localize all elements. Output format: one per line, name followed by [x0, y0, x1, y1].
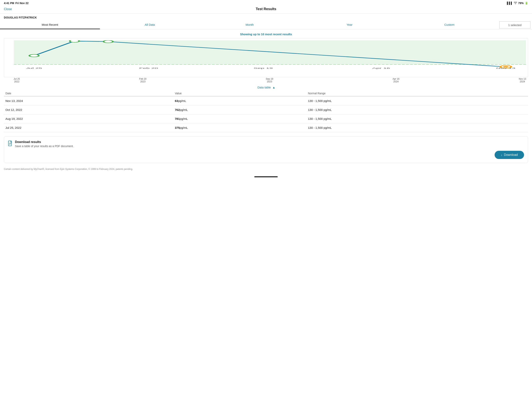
data-table-chevron: ▲ — [272, 86, 275, 89]
download-description: Save a table of your results as a PDF do… — [15, 145, 74, 148]
col-normal-range: Normal Range — [306, 90, 528, 96]
nav-bar: Close Test Results — [0, 6, 532, 14]
download-button[interactable]: ↓ Download — [495, 151, 524, 159]
cell-value-unit: pg/mL — [178, 99, 186, 103]
tab-month[interactable]: Month — [200, 21, 300, 29]
download-file-icon — [8, 141, 13, 147]
chart-point-2 — [70, 40, 79, 42]
download-title: Download results — [15, 140, 74, 144]
download-btn-label: Download — [504, 153, 518, 157]
data-table-toggle[interactable]: Data table ▲ — [4, 83, 528, 90]
svg-text:Jul 25: Jul 25 — [26, 67, 42, 69]
tab-year[interactable]: Year — [299, 21, 399, 29]
svg-text:Nov 13: Nov 13 — [496, 67, 515, 69]
chart-svg: 500 0 Jul 25 Feb 20 Sep 19 Apr 16 Nov 13 — [14, 40, 526, 69]
cell-value-number: 781 — [175, 117, 180, 120]
x-label-5: Nov 132024 — [519, 77, 526, 83]
tabs: Most Recent All Data Month Year Custom — [0, 21, 499, 29]
x-label-3: Sep 192023 — [266, 77, 273, 83]
chart-point-1 — [29, 54, 39, 57]
cell-value-unit: pg/mL — [180, 126, 188, 129]
cell-date: Nov 13, 2024 — [4, 96, 173, 105]
close-button[interactable]: Close — [4, 7, 12, 11]
home-indicator — [0, 174, 532, 179]
wifi-icon — [514, 1, 517, 5]
chart-wrapper: 500 0 Jul 25 Feb 20 Sep 19 Apr 16 Nov 13 — [4, 38, 528, 77]
chart-point-3 — [103, 40, 113, 43]
selected-filter-box[interactable]: 1 selected — [499, 21, 531, 28]
svg-text:Sep 19: Sep 19 — [253, 67, 273, 69]
patient-name: DOUGLAS FITZPATRICK — [0, 14, 532, 19]
download-text: Download results Save a table of your re… — [15, 140, 74, 148]
tab-most-recent[interactable]: Most Recent — [0, 21, 100, 29]
cell-value-unit: pg/mL — [180, 108, 188, 111]
cell-value: 762pg/mL — [173, 105, 306, 114]
cell-value-number: 762 — [175, 108, 180, 111]
cell-normal-range: 130 - 1,500 pg/mL — [306, 114, 528, 123]
svg-rect-10 — [8, 141, 12, 146]
tab-all-data[interactable]: All Data — [100, 21, 200, 29]
chart-x-labels: Jul 252022 Feb 202023 Sep 192023 Apr 162… — [4, 77, 528, 83]
download-header: Download results Save a table of your re… — [8, 140, 524, 148]
footer: Certain content delivered by MyChart®, l… — [0, 168, 532, 174]
table-row: Oct 12, 2022762pg/mL130 - 1,500 pg/mL — [4, 105, 528, 114]
col-value: Value — [173, 90, 306, 96]
battery-status: 79% — [518, 1, 524, 5]
col-date: Date — [4, 90, 173, 96]
cell-value: 63pg/mL — [173, 96, 306, 105]
cell-date: Jul 25, 2022 — [4, 123, 173, 132]
tabs-container: Most Recent All Data Month Year Custom 1… — [0, 21, 532, 29]
x-label-4: Apr 162024 — [393, 77, 399, 83]
cell-value-number: 63 — [175, 99, 178, 103]
cell-value-number: 375 — [175, 126, 180, 129]
svg-rect-1 — [14, 40, 526, 64]
svg-text:Feb 20: Feb 20 — [139, 67, 158, 69]
footer-text: Certain content delivered by MyChart®, l… — [4, 168, 133, 170]
battery-icon: 🔋 — [525, 1, 528, 5]
download-section: Download results Save a table of your re… — [4, 136, 528, 163]
status-time: 4:41 PM — [4, 1, 14, 5]
results-table: Date Value Normal Range Nov 13, 202463pg… — [4, 90, 528, 132]
cell-normal-range: 130 - 1,500 pg/mL — [306, 123, 528, 132]
cell-normal-range: 130 - 1,500 pg/mL — [306, 105, 528, 114]
download-btn-icon: ↓ — [501, 153, 502, 157]
tab-custom[interactable]: Custom — [399, 21, 499, 29]
cell-value-unit: pg/mL — [180, 117, 188, 120]
selected-filter-label: 1 selected — [508, 23, 521, 27]
x-label-2: Feb 202023 — [139, 77, 146, 83]
cell-value: 781pg/mL — [173, 114, 306, 123]
cell-normal-range: 130 - 1,500 pg/mL — [306, 96, 528, 105]
signal-icon: ▌▌▌ — [507, 1, 513, 5]
data-table-label: Data table — [257, 86, 271, 89]
chart-subtitle: Showing up to 10 most recent results — [4, 32, 528, 36]
cell-date: Oct 12, 2022 — [4, 105, 173, 114]
table-row: Jul 25, 2022375pg/mL130 - 1,500 pg/mL — [4, 123, 528, 132]
x-label-1: Jul 252022 — [14, 77, 20, 83]
main-content: Showing up to 10 most recent results — [0, 32, 532, 163]
cell-value: 375pg/mL — [173, 123, 306, 132]
table-row: Aug 19, 2022781pg/mL130 - 1,500 pg/mL — [4, 114, 528, 123]
status-day: Fri Nov 22 — [15, 1, 29, 5]
status-bar: 4:41 PM Fri Nov 22 ▌▌▌ 79% 🔋 — [0, 0, 532, 6]
cell-date: Aug 19, 2022 — [4, 114, 173, 123]
table-row: Nov 13, 202463pg/mL130 - 1,500 pg/mL — [4, 96, 528, 105]
svg-text:Apr 16: Apr 16 — [372, 67, 390, 69]
page-title: Test Results — [256, 7, 276, 11]
chart-section: Showing up to 10 most recent results — [4, 32, 528, 83]
home-bar — [254, 176, 278, 177]
